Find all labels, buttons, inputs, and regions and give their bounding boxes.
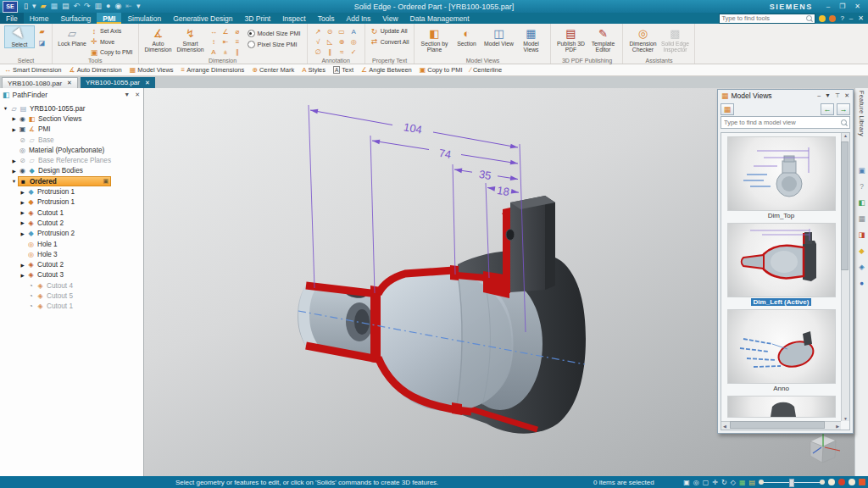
minimize-panel-icon[interactable]: –: [817, 92, 821, 99]
new-dropdown-icon[interactable]: ▾: [32, 3, 36, 10]
tree-item-hole-1[interactable]: ◎Hole 1: [0, 239, 143, 249]
tree-item-material-polycarbonate[interactable]: ◎Material (Polycarbonate): [0, 145, 143, 155]
ribbon-tab-view[interactable]: View: [376, 13, 403, 24]
dimension-checker-button[interactable]: ◎Dimension Checker: [627, 25, 658, 53]
new-model-view-button[interactable]: ▦: [721, 103, 734, 115]
rotate-view-icon[interactable]: ↻: [721, 479, 727, 486]
close-icon[interactable]: ✕: [844, 92, 849, 99]
angle-between-icon[interactable]: ∠: [220, 27, 231, 36]
open-icon[interactable]: ▰: [40, 3, 46, 10]
select-fence-icon[interactable]: ◪: [36, 38, 47, 47]
slider-knob-right[interactable]: [820, 480, 825, 485]
parts-library-icon[interactable]: ▣: [858, 167, 865, 175]
arrange-dimensions-button[interactable]: ≡Arrange Dimensions: [181, 66, 245, 74]
collapse-arrow-icon[interactable]: ▼: [10, 179, 18, 184]
tree-item-cutout-1[interactable]: ▶◈Cutout 1: [0, 208, 143, 218]
coordinate-dimension-icon[interactable]: ⇤: [220, 37, 231, 47]
common-views-icon[interactable]: ◇: [731, 479, 736, 486]
tree-item-cutout-2[interactable]: ▶◈Cutout 2: [0, 259, 143, 269]
dimension-18[interactable]: 18: [496, 184, 510, 198]
move-button[interactable]: ✛Move: [90, 37, 133, 47]
tree-item-protrusion-1[interactable]: ▶◆Protrusion 1: [0, 197, 143, 208]
thumbnail-label-active[interactable]: Dim_Left (Active): [751, 298, 812, 306]
feedback-sad-icon[interactable]: [829, 15, 836, 22]
scroll-left-icon[interactable]: ◀: [723, 424, 726, 429]
thumbnail-label[interactable]: Dim_Top: [768, 212, 795, 219]
bolt-circle-icon[interactable]: ✓: [348, 47, 359, 57]
ribbon-tab-tools[interactable]: Tools: [312, 13, 341, 24]
edge-condition-icon[interactable]: ◺: [325, 37, 336, 47]
visible-icon[interactable]: ◉: [18, 115, 27, 123]
model-views-button[interactable]: ▦Model Views: [515, 25, 546, 53]
camera-icon[interactable]: ◉: [114, 3, 121, 10]
dimension-104[interactable]: 104: [403, 120, 423, 136]
tree-item-design-bodies[interactable]: ▶◉◆Design Bodies: [0, 166, 143, 176]
sheet-setup-icon[interactable]: ▥: [95, 3, 103, 10]
model-view-thumbnail-partial[interactable]: [727, 396, 836, 420]
feature-library-tab[interactable]: Feature Library: [858, 91, 865, 136]
smart-dimension-button[interactable]: ↯Smart Dimension: [175, 25, 206, 53]
print-icon[interactable]: ▤: [62, 3, 70, 10]
screenshot-button[interactable]: [849, 479, 855, 485]
more-commands-icon[interactable]: ▾: [136, 3, 141, 10]
collapse-arrow-icon[interactable]: ▼: [2, 106, 9, 111]
close-icon[interactable]: ✕: [135, 92, 140, 98]
model-view-button[interactable]: ◫Model View: [483, 25, 514, 47]
thumbnail-label[interactable]: Anno: [773, 385, 789, 392]
ribbon-tab-add-ins[interactable]: Add Ins: [341, 13, 377, 24]
center-mark-icon[interactable]: ≈: [337, 47, 348, 57]
ribbon-tab-3d-print[interactable]: 3D Print: [239, 13, 277, 24]
expand-arrow-icon[interactable]: ▶: [19, 273, 26, 278]
find-tools-input[interactable]: [720, 14, 806, 22]
expand-arrow-icon[interactable]: ▶: [19, 263, 26, 268]
dimension-axis-icon[interactable]: ∥: [232, 47, 243, 57]
hidden-icon[interactable]: ⊘: [18, 136, 27, 144]
select-lasso-icon[interactable]: ▰: [36, 27, 47, 36]
keyshot-icon[interactable]: ◆: [859, 247, 865, 255]
auto-dimension-button[interactable]: ∡Auto Dimension: [70, 66, 122, 74]
restore-button[interactable]: ❐: [839, 3, 845, 10]
suppressed-icon[interactable]: ◔: [26, 302, 36, 310]
tree-item-cutout-1[interactable]: ◔◈Cutout 1: [0, 302, 143, 312]
surface-finish-icon[interactable]: √: [313, 37, 324, 47]
ribbon-tab-simulation[interactable]: Simulation: [121, 13, 167, 24]
tree-item-section-views[interactable]: ▶◉◧Section Views: [0, 114, 143, 124]
goal-seek-icon[interactable]: ◈: [859, 263, 865, 271]
dimension-prefix-icon[interactable]: ±: [220, 47, 231, 57]
expand-arrow-icon[interactable]: ▶: [19, 210, 26, 215]
vertical-scroll-thumb[interactable]: [841, 141, 849, 270]
callout-icon[interactable]: ▭: [337, 27, 348, 36]
symmetric-dimension-icon[interactable]: ↕: [209, 37, 220, 47]
model-view-thumbnail-dim-top[interactable]: Dim_Top: [727, 136, 836, 220]
dock-icon[interactable]: ▼: [124, 92, 130, 98]
balloon-icon[interactable]: ⊙: [325, 27, 336, 36]
expand-arrow-icon[interactable]: ▶: [19, 231, 26, 236]
arrange-dimensions-icon[interactable]: ≡: [232, 37, 243, 47]
sectioned-part-model[interactable]: [298, 196, 586, 434]
pan-icon[interactable]: ✛: [712, 479, 718, 486]
slider-handle[interactable]: [789, 479, 794, 487]
document-tab-yrb100-1055-par[interactable]: YRB100-1055.par✕: [81, 77, 155, 88]
tree-item-yrb100-1055-par[interactable]: ▼▱▤YRB100-1055.par: [0, 103, 143, 114]
model-view-search-input[interactable]: [721, 119, 841, 126]
help-icon[interactable]: ?: [839, 14, 844, 22]
weld-symbol-icon[interactable]: ∥: [325, 47, 336, 57]
tree-item-cutout-3[interactable]: ▶◈Cutout 3: [0, 270, 143, 280]
datum-frame-icon[interactable]: ◎: [348, 37, 359, 47]
model-views-button[interactable]: ▦Model Views: [130, 66, 174, 74]
expand-arrow-icon[interactable]: ▶: [10, 127, 18, 132]
feedback-happy-icon[interactable]: [819, 15, 826, 22]
tree-item-protrusion-1[interactable]: ▶◆Protrusion 1: [0, 186, 143, 197]
color-manager-icon[interactable]: ◨: [858, 231, 865, 239]
web-browser-icon[interactable]: ●: [860, 280, 864, 287]
tree-item-cutout-2[interactable]: ▶◈Cutout 2: [0, 218, 143, 228]
dock-icon[interactable]: ▼: [825, 92, 831, 99]
visible-icon[interactable]: ◉: [18, 167, 27, 175]
minimize-button[interactable]: –: [826, 3, 830, 10]
text-button[interactable]: AText: [333, 66, 353, 74]
help-bubble-button[interactable]: [828, 479, 835, 485]
suppressed-icon[interactable]: ◔: [26, 292, 36, 300]
checkbox-icon[interactable]: ▣: [18, 125, 27, 133]
text-annotation-icon[interactable]: A: [348, 27, 359, 36]
zoom-area-icon[interactable]: ◎: [693, 479, 699, 486]
